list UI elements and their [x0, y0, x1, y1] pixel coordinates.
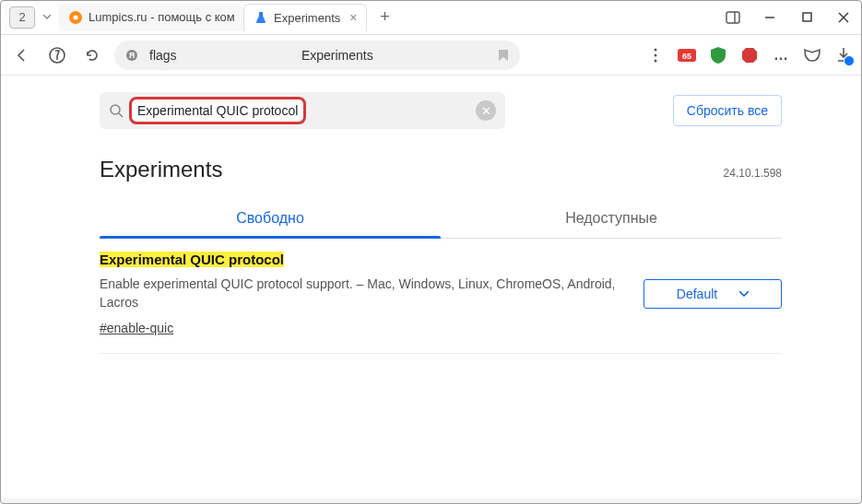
- tab-label: Lumpics.ru - помощь с ком: [89, 10, 235, 24]
- site-lock-icon: Я: [125, 49, 138, 62]
- svg-rect-2: [726, 12, 739, 23]
- tab-available[interactable]: Свободно: [100, 199, 441, 238]
- svg-text:Я: Я: [129, 51, 135, 60]
- flask-icon: [254, 10, 268, 25]
- flag-select-wrap: Default: [644, 279, 782, 309]
- clear-search-button[interactable]: ✕: [476, 100, 496, 121]
- close-tab-icon[interactable]: ×: [349, 10, 357, 25]
- toolbar: Я flags Experiments 65 …: [0, 35, 862, 76]
- reload-button[interactable]: [79, 42, 105, 68]
- more-dots-icon[interactable]: …: [772, 46, 790, 64]
- page-header: Experiments 24.10.1.598: [100, 157, 782, 182]
- svg-point-9: [655, 48, 657, 51]
- flag-row: Experimental QUIC protocol Enable experi…: [100, 239, 782, 354]
- search-icon: [109, 103, 124, 118]
- tab-label: Experiments: [274, 11, 340, 25]
- search-value: Experimental QUIC protocol: [137, 103, 298, 118]
- site-favicon-icon: [68, 10, 83, 25]
- yandex-home-icon[interactable]: [44, 42, 70, 68]
- tab-unavailable[interactable]: Недоступные: [441, 199, 782, 238]
- extension-mask-icon[interactable]: [803, 46, 821, 64]
- sidebar-toggle-icon[interactable]: [714, 0, 751, 35]
- omnibox[interactable]: Я flags Experiments: [114, 41, 520, 70]
- extension-shield-green-icon[interactable]: [709, 46, 727, 64]
- bookmark-icon[interactable]: [498, 49, 509, 62]
- content-tabs: Свободно Недоступные: [100, 199, 782, 239]
- titlebar: 2 Lumpics.ru - помощь с ком Experiments …: [0, 0, 862, 35]
- content-area: Experimental QUIC protocol ✕ Сбросить вс…: [0, 76, 862, 498]
- svg-line-16: [119, 113, 123, 117]
- tab-counter[interactable]: 2: [9, 6, 35, 29]
- flag-select[interactable]: Default: [644, 279, 782, 309]
- page-label: Experiments: [188, 48, 487, 63]
- chevron-down-icon: [739, 291, 749, 297]
- url-text: flags: [149, 48, 177, 63]
- downloads-icon[interactable]: [834, 46, 853, 64]
- reset-all-button[interactable]: Сбросить все: [673, 95, 782, 126]
- extension-red-icon[interactable]: 65: [678, 46, 696, 64]
- window-maximize-icon[interactable]: [788, 0, 825, 35]
- flag-hash-link[interactable]: #enable-quic: [100, 321, 173, 335]
- flag-title: Experimental QUIC protocol: [100, 252, 284, 267]
- flag-info: Experimental QUIC protocol Enable experi…: [100, 252, 625, 336]
- tab-experiments[interactable]: Experiments ×: [243, 4, 367, 31]
- version-label: 24.10.1.598: [724, 167, 782, 180]
- tab-lumpics[interactable]: Lumpics.ru - помощь с ком: [59, 4, 243, 31]
- window-close-icon[interactable]: [825, 0, 862, 35]
- svg-point-11: [655, 59, 657, 62]
- search-highlight-callout: Experimental QUIC protocol: [129, 97, 306, 124]
- svg-point-15: [111, 105, 120, 114]
- svg-marker-14: [742, 48, 757, 63]
- svg-text:65: 65: [682, 52, 691, 61]
- svg-point-10: [655, 53, 657, 56]
- back-button[interactable]: [9, 42, 35, 68]
- flag-description: Enable experimental QUIC protocol suppor…: [100, 275, 625, 311]
- extension-stop-icon[interactable]: [740, 46, 759, 64]
- window-minimize-icon[interactable]: [751, 0, 788, 35]
- menu-dots-icon[interactable]: [646, 46, 665, 64]
- select-value: Default: [677, 287, 717, 301]
- new-tab-button[interactable]: +: [372, 6, 396, 29]
- svg-rect-5: [803, 13, 811, 21]
- search-input[interactable]: Experimental QUIC protocol ✕: [100, 92, 505, 129]
- search-row: Experimental QUIC protocol ✕ Сбросить вс…: [100, 92, 782, 129]
- tab-counter-chevron-icon[interactable]: [41, 15, 53, 19]
- page-title: Experiments: [100, 157, 222, 182]
- svg-point-1: [74, 15, 78, 19]
